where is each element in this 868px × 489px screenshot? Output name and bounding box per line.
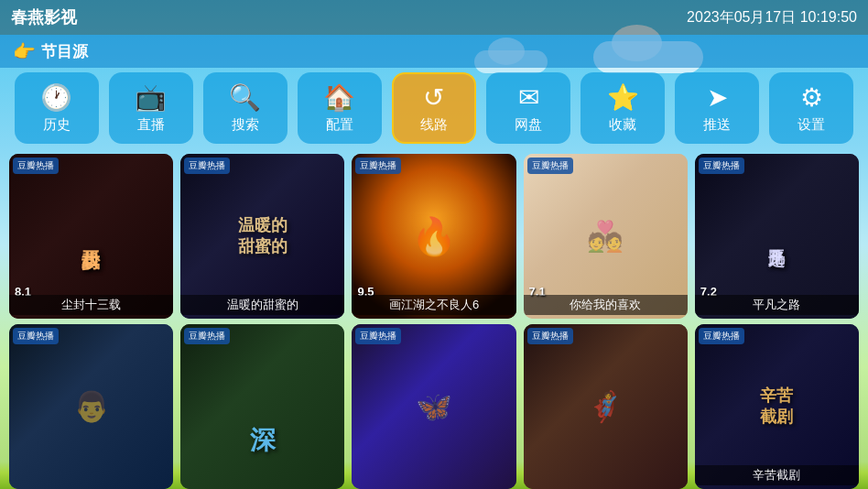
history-icon: 🕐: [40, 82, 72, 113]
datetime-display: 2023年05月17日 10:19:50: [687, 8, 857, 27]
app-title: 春燕影视: [11, 6, 77, 28]
card-badge-3: 豆瓣热播: [355, 158, 401, 174]
search-icon: 🔍: [229, 82, 261, 113]
nav-btn-settings[interactable]: ⚙ 设置: [769, 72, 853, 144]
source-label: 节目源: [41, 41, 88, 62]
card-dust-thirteen[interactable]: 少封三载 豆瓣热播 8.1 尘封十三载: [9, 154, 173, 319]
card-badge-r2-5: 豆瓣热播: [699, 328, 744, 344]
card-title-5: 平凡之路: [695, 295, 859, 315]
settings-icon: ⚙: [800, 82, 823, 113]
nav-btn-search[interactable]: 🔍 搜索: [203, 72, 288, 144]
nav-label-live: 直播: [137, 116, 165, 134]
source-arrow-icon: 👉: [13, 40, 36, 62]
nav-label-push: 推送: [703, 116, 731, 134]
card-badge-4: 豆瓣热播: [527, 158, 573, 174]
card-row2-4[interactable]: 🦸 豆瓣热播: [524, 324, 688, 489]
card-row2-5[interactable]: 辛苦截剧 豆瓣热播 辛苦截剧: [695, 324, 859, 489]
nav-btn-live[interactable]: 📺 直播: [109, 72, 193, 144]
card-badge-r2-4: 豆瓣热播: [527, 328, 573, 344]
card-poster-text-2: 温暖的甜蜜的: [231, 208, 295, 266]
nav-btn-route[interactable]: ↺ 线路: [392, 72, 476, 144]
card-row2-3[interactable]: 🦋 豆瓣热播: [352, 324, 515, 489]
nav-label-netdisk: 网盘: [515, 116, 542, 134]
nav-btn-favorites[interactable]: ⭐ 收藏: [580, 72, 665, 144]
card-row2-2[interactable]: 深 豆瓣热播: [180, 324, 344, 489]
card-title-4: 你给我的喜欢: [524, 295, 688, 315]
card-title-2: 温暖的甜蜜的: [180, 295, 344, 315]
card-row2-1[interactable]: 👨 豆瓣热播: [9, 324, 173, 489]
route-icon: ↺: [423, 82, 444, 113]
card-badge-2: 豆瓣热播: [184, 158, 230, 174]
content-area: 少封三载 豆瓣热播 8.1 尘封十三载 温暖的甜蜜的 豆瓣热播 温暖的甜蜜的 🔥…: [0, 148, 868, 489]
card-badge-1: 豆瓣热播: [13, 158, 59, 174]
card-title-3: 画江湖之不良人6: [352, 295, 515, 315]
nav-bar: 🕐 历史 📺 直播 🔍 搜索 🏠 配置 ↺ 线路 ✉ 网盘 ⭐ 收藏 ➤ 推送 …: [0, 68, 868, 148]
source-bar: 👉 节目源: [0, 35, 868, 68]
card-badge-r2-2: 豆瓣热播: [184, 328, 230, 344]
nav-btn-netdisk[interactable]: ✉ 网盘: [486, 72, 570, 144]
nav-btn-history[interactable]: 🕐 历史: [15, 72, 99, 144]
netdisk-icon: ✉: [518, 82, 539, 113]
nav-label-favorites: 收藏: [609, 116, 636, 134]
card-row-2: 👨 豆瓣热播 深 豆瓣热播 🦋 豆瓣热播 🦸 豆瓣热播 辛苦截剧: [9, 324, 859, 489]
card-poster-text-10: 辛苦截剧: [753, 378, 800, 436]
card-ordinary-road[interactable]: 平凡之路 豆瓣热播 7.2 平凡之路: [695, 154, 859, 319]
card-your-joy[interactable]: 💑 豆瓣热播 7.1 你给我的喜欢: [524, 154, 688, 319]
nav-label-settings: 设置: [797, 116, 825, 134]
favorites-icon: ⭐: [607, 82, 639, 113]
header: 春燕影视 2023年05月17日 10:19:50: [0, 0, 868, 35]
config-icon: 🏠: [323, 82, 355, 113]
card-badge-5: 豆瓣热播: [699, 158, 744, 174]
card-badge-r2-3: 豆瓣热播: [355, 328, 401, 344]
nav-btn-push[interactable]: ➤ 推送: [675, 72, 759, 144]
nav-label-search: 搜索: [232, 116, 259, 134]
card-title-1: 尘封十三载: [9, 295, 173, 315]
card-badge-r2-1: 豆瓣热播: [13, 328, 59, 344]
push-icon: ➤: [707, 82, 728, 113]
card-row-1: 少封三载 豆瓣热播 8.1 尘封十三载 温暖的甜蜜的 豆瓣热播 温暖的甜蜜的 🔥…: [9, 154, 859, 319]
nav-btn-config[interactable]: 🏠 配置: [298, 72, 382, 144]
card-huajianghu[interactable]: 🔥 豆瓣热播 9.5 画江湖之不良人6: [352, 154, 515, 319]
card-title-r2-5: 辛苦截剧: [695, 465, 859, 485]
live-icon: 📺: [135, 82, 167, 113]
nav-label-route: 线路: [420, 116, 448, 134]
card-warm-sweet[interactable]: 温暖的甜蜜的 豆瓣热播 温暖的甜蜜的: [180, 154, 344, 319]
nav-label-config: 配置: [326, 116, 353, 134]
nav-label-history: 历史: [43, 116, 71, 134]
